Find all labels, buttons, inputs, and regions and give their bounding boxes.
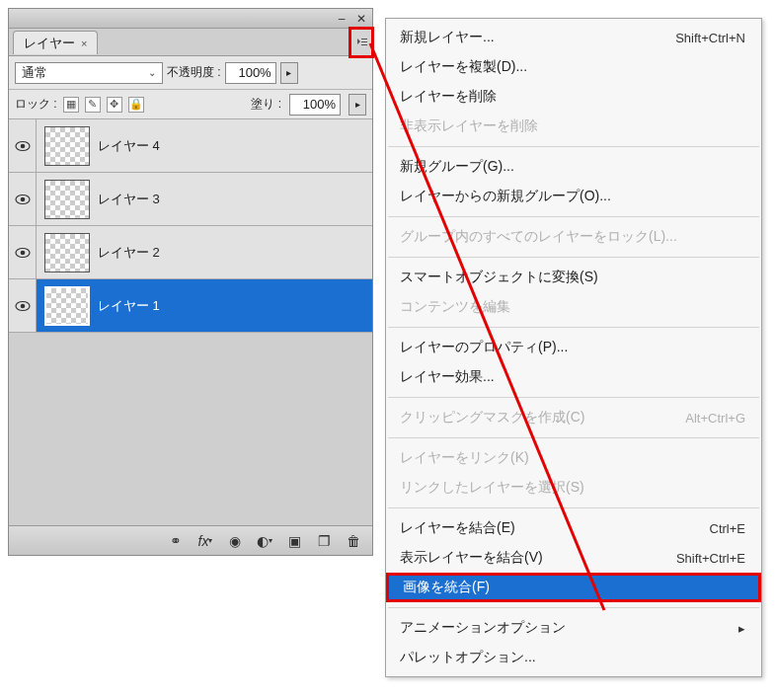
menu-separator xyxy=(388,507,759,508)
lock-transparent-icon[interactable]: ▦ xyxy=(63,97,79,113)
menu-item[interactable]: レイヤー効果... xyxy=(386,362,761,392)
layers-list: レイヤー 4 レイヤー 3 レイヤー 2 レイヤー 1 xyxy=(9,119,372,525)
svg-rect-0 xyxy=(361,39,367,39)
chevron-down-icon: ⌄ xyxy=(148,67,156,78)
tab-label: レイヤー xyxy=(24,35,75,52)
menu-item-label: パレットオプション... xyxy=(400,649,536,666)
layer-thumbnail[interactable] xyxy=(44,286,90,326)
svg-rect-2 xyxy=(361,44,367,45)
tab-layers[interactable]: レイヤー × xyxy=(13,31,98,54)
svg-point-4 xyxy=(20,143,25,148)
menu-item: コンテンツを編集 xyxy=(386,292,761,322)
menu-item-label: 画像を統合(F) xyxy=(403,579,490,596)
fill-input[interactable]: 100% xyxy=(289,94,341,116)
lock-label: ロック : xyxy=(15,96,57,113)
group-icon[interactable]: ▣ xyxy=(285,532,303,550)
panel-menu-button[interactable] xyxy=(350,29,372,56)
menu-item: 非表示レイヤーを削除 xyxy=(386,112,761,141)
svg-point-6 xyxy=(20,196,25,201)
blend-mode-select[interactable]: 通常 ⌄ xyxy=(15,62,163,84)
opacity-input[interactable]: 100% xyxy=(225,62,276,84)
menu-item[interactable]: スマートオブジェクトに変換(S) xyxy=(386,263,761,292)
minimize-icon[interactable]: – xyxy=(335,12,349,26)
menu-item[interactable]: レイヤーを複製(D)... xyxy=(386,52,761,82)
menu-item[interactable]: レイヤーのプロパティ(P)... xyxy=(386,333,761,362)
menu-item-label: スマートオブジェクトに変換(S) xyxy=(400,269,598,286)
layer-item[interactable]: レイヤー 1 xyxy=(9,279,372,333)
opacity-value: 100% xyxy=(238,65,271,80)
menu-item[interactable]: 新規グループ(G)... xyxy=(386,152,761,182)
menu-item-label: 表示レイヤーを結合(V) xyxy=(400,549,543,567)
menu-item-label: 新規レイヤー... xyxy=(400,29,495,46)
menu-item-label: レイヤーからの新規グループ(O)... xyxy=(400,188,611,205)
menu-separator xyxy=(388,437,759,438)
blend-mode-value: 通常 xyxy=(22,64,47,82)
menu-item-label: レイヤーを削除 xyxy=(400,88,497,106)
menu-separator xyxy=(388,607,759,608)
mask-icon[interactable]: ◉ xyxy=(226,532,244,550)
lock-all-icon[interactable]: 🔒 xyxy=(128,97,144,113)
submenu-arrow-icon: ▸ xyxy=(738,621,745,636)
menu-item: クリッピングマスクを作成(C)Alt+Ctrl+G xyxy=(386,403,761,432)
layer-name: レイヤー 3 xyxy=(98,191,160,208)
layer-item[interactable]: レイヤー 3 xyxy=(9,173,372,226)
menu-item: リンクしたレイヤーを選択(S) xyxy=(386,473,761,503)
menu-item-label: アニメーションオプション xyxy=(400,619,566,637)
new-layer-icon[interactable]: ❐ xyxy=(315,532,333,550)
opacity-label: 不透明度 : xyxy=(167,64,221,81)
layer-item[interactable]: レイヤー 4 xyxy=(9,119,372,173)
lock-position-icon[interactable]: ✥ xyxy=(107,97,122,113)
menu-separator xyxy=(388,257,759,258)
menu-item-shortcut: Ctrl+E xyxy=(710,521,745,536)
link-icon[interactable]: ⚭ xyxy=(167,532,185,550)
adjustment-icon[interactable]: ◐▾ xyxy=(256,532,273,550)
panel-footer: ⚭ fx▾ ◉ ◐▾ ▣ ❐ 🗑 xyxy=(9,525,372,555)
menu-item[interactable]: 画像を統合(F) xyxy=(386,573,761,602)
menu-item[interactable]: パレットオプション... xyxy=(386,643,761,672)
menu-item[interactable]: レイヤーを結合(E)Ctrl+E xyxy=(386,513,761,543)
close-icon[interactable]: ✕ xyxy=(354,12,368,26)
visibility-toggle[interactable] xyxy=(9,173,37,225)
menu-item-label: 新規グループ(G)... xyxy=(400,158,514,176)
fill-stepper[interactable]: ▸ xyxy=(349,94,366,116)
tabs-row: レイヤー × xyxy=(9,29,372,56)
layer-item[interactable]: レイヤー 2 xyxy=(9,226,372,279)
visibility-toggle[interactable] xyxy=(9,226,37,278)
lock-pixels-icon[interactable]: ✎ xyxy=(85,97,101,113)
menu-separator xyxy=(388,146,759,147)
tab-close-icon[interactable]: × xyxy=(81,38,87,49)
layer-name: レイヤー 4 xyxy=(98,137,160,155)
svg-point-10 xyxy=(20,303,25,308)
fill-label: 塗り : xyxy=(251,96,281,113)
menu-item-shortcut: Alt+Ctrl+G xyxy=(685,411,745,426)
menu-item-label: クリッピングマスクを作成(C) xyxy=(400,409,584,427)
menu-item-shortcut: Shift+Ctrl+N xyxy=(675,31,745,45)
eye-icon xyxy=(15,140,31,152)
menu-item-label: 非表示レイヤーを削除 xyxy=(400,117,538,135)
menu-item[interactable]: アニメーションオプション▸ xyxy=(386,613,761,643)
layer-thumbnail[interactable] xyxy=(44,126,90,166)
menu-item[interactable]: レイヤーを削除 xyxy=(386,82,761,112)
menu-item: レイヤーをリンク(K) xyxy=(386,443,761,473)
fx-icon[interactable]: fx▾ xyxy=(196,532,214,550)
menu-separator xyxy=(388,327,759,328)
visibility-toggle[interactable] xyxy=(9,279,37,332)
layer-thumbnail[interactable] xyxy=(44,233,90,272)
menu-separator xyxy=(388,216,759,217)
options-row: 通常 ⌄ 不透明度 : 100% ▸ xyxy=(9,56,372,90)
menu-item[interactable]: 表示レイヤーを結合(V)Shift+Ctrl+E xyxy=(386,543,761,573)
svg-rect-1 xyxy=(361,41,367,42)
layer-thumbnail[interactable] xyxy=(44,180,90,219)
menu-item-label: コンテンツを編集 xyxy=(400,298,510,316)
trash-icon[interactable]: 🗑 xyxy=(345,532,362,550)
menu-item-label: グループ内のすべてのレイヤーをロック(L)... xyxy=(400,228,677,246)
opacity-stepper[interactable]: ▸ xyxy=(280,62,298,84)
menu-item-label: レイヤーを結合(E) xyxy=(400,519,515,537)
menu-item-label: リンクしたレイヤーを選択(S) xyxy=(400,479,584,497)
eye-icon xyxy=(15,247,31,259)
menu-item[interactable]: レイヤーからの新規グループ(O)... xyxy=(386,182,761,211)
menu-icon xyxy=(356,37,368,48)
visibility-toggle[interactable] xyxy=(9,119,37,172)
menu-item[interactable]: 新規レイヤー...Shift+Ctrl+N xyxy=(386,23,761,52)
fill-value: 100% xyxy=(303,97,336,112)
